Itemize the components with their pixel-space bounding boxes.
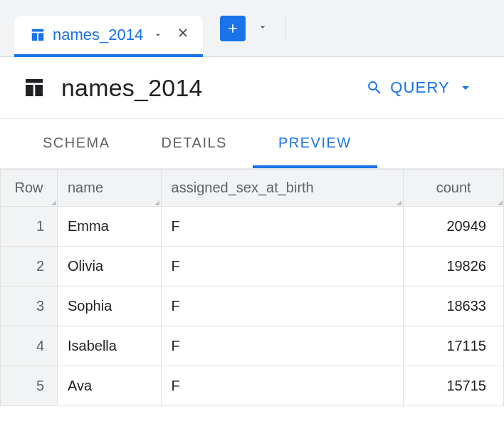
header: names_2014 QUERY [0, 57, 504, 118]
cell-sex: F [161, 207, 404, 247]
table-row: 2OliviaF19826 [1, 247, 504, 286]
table-icon [30, 27, 46, 43]
cell-count: 20949 [404, 207, 504, 247]
tab-dropdown-icon[interactable] [153, 26, 163, 44]
search-icon [366, 79, 383, 96]
query-button[interactable]: QUERY [357, 73, 483, 103]
cell-count: 15715 [404, 366, 504, 406]
subtabs: SCHEMA DETAILS PREVIEW [0, 118, 504, 169]
tab-names-2014[interactable]: names_2014 [14, 16, 203, 57]
divider [285, 16, 286, 41]
data-table: Row◢ name◢ assigned_sex_at_birth◢ count◢… [0, 169, 504, 406]
cell-sex: F [161, 366, 404, 406]
col-name[interactable]: name◢ [58, 170, 162, 207]
table-row: 3SophiaF18633 [1, 286, 504, 326]
cell-name: Sophia [58, 286, 162, 326]
table-icon [23, 76, 46, 99]
query-button-label: QUERY [390, 78, 450, 97]
cell-name: Isabella [58, 326, 162, 366]
tab-details[interactable]: DETAILS [136, 119, 253, 168]
col-assigned-sex-at-birth[interactable]: assigned_sex_at_birth◢ [161, 170, 404, 207]
cell-count: 17115 [404, 326, 504, 366]
tab-label: names_2014 [53, 26, 143, 44]
cell-name: Ava [58, 366, 162, 406]
table-row: 1EmmaF20949 [1, 207, 504, 247]
cell-sex: F [161, 326, 404, 366]
new-tab-button[interactable] [220, 16, 246, 41]
tab-close-icon[interactable] [176, 26, 190, 44]
cell-sex: F [161, 247, 404, 286]
tab-bar: names_2014 [0, 0, 504, 57]
cell-row: 3 [1, 286, 58, 326]
table-row: 5AvaF15715 [1, 366, 504, 406]
cell-row: 1 [1, 207, 58, 247]
tab-preview[interactable]: PREVIEW [253, 119, 377, 168]
cell-name: Emma [58, 207, 162, 247]
cell-count: 19826 [404, 247, 504, 286]
cell-name: Olivia [58, 247, 162, 286]
chevron-down-icon [457, 79, 474, 96]
new-tab-dropdown-icon[interactable] [253, 17, 273, 40]
cell-count: 18633 [404, 286, 504, 326]
cell-row: 2 [1, 247, 58, 286]
table-row: 4IsabellaF17115 [1, 326, 504, 366]
page-title: names_2014 [61, 74, 203, 102]
tab-schema[interactable]: SCHEMA [17, 119, 136, 168]
table-header-row: Row◢ name◢ assigned_sex_at_birth◢ count◢ [1, 170, 504, 207]
cell-row: 4 [1, 326, 58, 366]
cell-row: 5 [1, 366, 58, 406]
col-count[interactable]: count◢ [404, 170, 504, 207]
cell-sex: F [161, 286, 404, 326]
col-row[interactable]: Row◢ [1, 170, 58, 207]
tabbar-actions [220, 16, 286, 41]
